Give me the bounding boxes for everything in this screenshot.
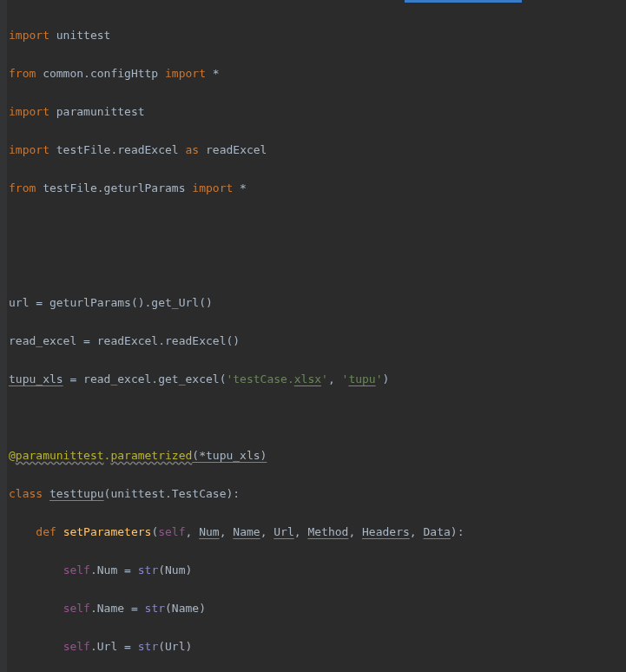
code-line[interactable]: self.Name = str(Name): [9, 599, 626, 618]
paren: ):: [451, 525, 465, 538]
self: self: [63, 563, 90, 576]
star: *: [206, 67, 220, 80]
self: self: [63, 602, 90, 615]
code-line[interactable]: import unittest: [9, 26, 626, 45]
code: .Name =: [90, 602, 145, 615]
keyword: def: [9, 525, 63, 538]
function-name: setParameters: [63, 525, 152, 538]
code: .Num =: [90, 563, 138, 576]
decorator: parametrized: [110, 449, 192, 462]
code-line[interactable]: class testtupu(unittest.TestCase):: [9, 484, 626, 504]
code: .Url =: [90, 640, 138, 653]
code-line[interactable]: self.Num = str(Num): [9, 561, 626, 580]
param: Data: [424, 525, 451, 538]
comma: ,: [410, 525, 424, 538]
comma: ,: [220, 525, 234, 538]
paren: ): [383, 372, 390, 385]
star: *: [233, 181, 247, 194]
keyword: import: [9, 143, 49, 156]
code-line[interactable]: self.Url = str(Url): [9, 637, 626, 656]
gutter: [0, 0, 7, 672]
keyword: from: [9, 181, 36, 194]
module: unittest: [49, 29, 110, 42]
module: common.configHttp: [36, 67, 165, 80]
builtin: str: [138, 563, 158, 576]
code-editor[interactable]: import unittest from common.configHttp i…: [0, 0, 626, 672]
comma: ,: [294, 525, 308, 538]
comma: ,: [348, 525, 362, 538]
code: (Url): [158, 640, 192, 653]
string: 'testCase.: [226, 372, 293, 385]
keyword: import: [9, 105, 49, 118]
decorator: paramunittest: [16, 449, 104, 462]
alias: readExcel: [199, 143, 267, 156]
code-line[interactable]: import testFile.readExcel as readExcel: [9, 141, 626, 160]
code: = read_excel.get_excel(: [63, 372, 227, 385]
self: self: [158, 525, 185, 538]
code-line[interactable]: from common.configHttp import *: [9, 64, 626, 83]
class-name: testtupu: [49, 487, 104, 500]
comma: ,: [186, 525, 200, 538]
builtin: str: [138, 640, 158, 653]
param: Method: [307, 525, 348, 538]
code-line[interactable]: read_excel = readExcel.readExcel(): [9, 332, 626, 351]
indent: [9, 563, 63, 576]
param: Headers: [362, 525, 410, 538]
blank-line[interactable]: [9, 408, 626, 427]
blank-line[interactable]: [9, 217, 626, 236]
blank-line[interactable]: [9, 255, 626, 274]
keyword: class: [9, 487, 49, 500]
code-line[interactable]: tupu_xls = read_excel.get_excel('testCas…: [9, 370, 626, 389]
code: (Name): [165, 602, 206, 615]
tab-indicator: [405, 0, 522, 3]
module: testFile.readExcel: [49, 143, 186, 156]
code-line[interactable]: from testFile.geturlParams import *: [9, 179, 626, 198]
keyword: from: [9, 67, 36, 80]
code-line[interactable]: url = geturlParams().get_Url(): [9, 293, 626, 313]
param: Num: [199, 525, 219, 538]
statement: url = geturlParams().get_Url(): [9, 296, 213, 309]
code-line[interactable]: def setParameters(self, Num, Name, Url, …: [9, 523, 626, 542]
indent: [9, 602, 63, 615]
keyword: import: [9, 29, 49, 42]
code: (unittest.TestCase):: [104, 487, 241, 500]
keyword: as: [186, 143, 200, 156]
keyword: import: [165, 67, 206, 80]
code: (Num): [158, 563, 192, 576]
args: (*tupu_xls): [192, 449, 267, 462]
string: xlsx: [294, 372, 321, 385]
module: testFile.geturlParams: [36, 181, 192, 194]
module: paramunittest: [49, 105, 145, 118]
variable: tupu_xls: [9, 372, 63, 385]
param: Url: [273, 525, 293, 538]
decorator: @: [9, 449, 16, 462]
keyword: import: [192, 181, 233, 194]
indent: [9, 640, 63, 653]
self: self: [63, 640, 90, 653]
code-line[interactable]: @paramunittest.parametrized(*tupu_xls): [9, 446, 626, 465]
code-line[interactable]: import paramunittest: [9, 102, 626, 122]
string: ': [376, 372, 383, 385]
comma: ,: [260, 525, 274, 538]
param: Name: [233, 525, 260, 538]
builtin: str: [145, 602, 165, 615]
statement: read_excel = readExcel.readExcel(): [9, 334, 240, 347]
comma: ,: [328, 372, 342, 385]
string: tupu: [348, 372, 375, 385]
string: ': [321, 372, 328, 385]
